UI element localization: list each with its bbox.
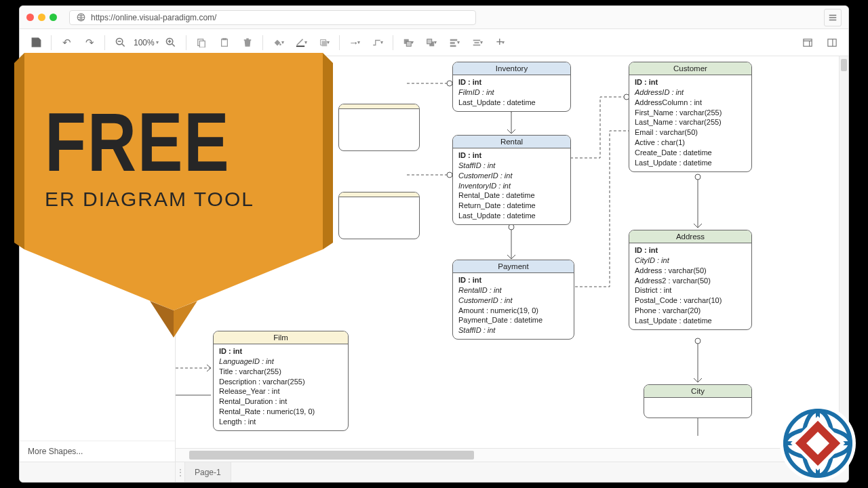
entity-title: Inventory [453, 62, 570, 75]
main-area: En More Shapes... [20, 56, 848, 462]
outline-panel-button[interactable] [821, 33, 843, 53]
entity-title: Address [629, 230, 751, 243]
entity-attribute: LanguageID : int [219, 357, 342, 367]
brand-logo [777, 403, 859, 484]
horizontal-scrollbar[interactable] [176, 448, 839, 462]
save-button[interactable] [25, 33, 47, 53]
entity-attribute: AddressColumn : int [635, 98, 746, 108]
canvas[interactable]: Inventory ID : intFilmID : intLast_Updat… [176, 56, 848, 462]
stroke-button[interactable]: ▾ [290, 33, 312, 53]
entity-attribute: FilmID : int [458, 87, 565, 98]
entity-hidden-2[interactable] [338, 192, 420, 239]
entity-customer[interactable]: Customer ID : intAddressID : intAddressC… [629, 62, 752, 172]
copy-button[interactable] [191, 33, 212, 53]
svg-rect-6 [222, 38, 226, 39]
entity-attribute: Last_Update : datetime [635, 316, 746, 326]
svg-rect-22 [828, 39, 836, 46]
entity-attribute: InventoryID : int [458, 181, 565, 191]
entity-attribute: Phone : varchar(20) [635, 306, 746, 316]
zoom-in-button[interactable] [160, 33, 182, 53]
entity-payment[interactable]: Payment ID : intRentalID : intCustomerID… [452, 260, 574, 340]
svg-rect-8 [296, 45, 304, 47]
svg-point-24 [509, 224, 514, 230]
entity-attribute: Length : int [219, 417, 342, 427]
zoom-out-button[interactable] [109, 33, 131, 53]
add-button[interactable]: +▾ [490, 33, 511, 53]
url-input[interactable] [91, 13, 469, 22]
shadow-button[interactable]: ▾ [313, 33, 335, 53]
entity-title: Film [214, 331, 348, 344]
entity-attribute: Email : varchar(50) [635, 127, 746, 138]
svg-rect-21 [804, 39, 812, 46]
sidebar-section-entity[interactable]: En [20, 81, 175, 99]
redo-button[interactable]: ↷ [79, 33, 100, 53]
paste-button[interactable] [214, 33, 235, 53]
entity-attribute: Address : varchar(50) [635, 266, 746, 276]
entity-rental[interactable]: Rental ID : intStaffID : intCustomerID :… [452, 135, 571, 225]
entity-address[interactable]: Address ID : intCityID : intAddress : va… [629, 230, 752, 330]
minimize-icon[interactable] [38, 14, 45, 21]
app-window: ↶ ↷ 100%▾ ▾ ▾ ▾ →▾ ▾ ▾ ▾ ▾ ▾ +▾ En [19, 5, 849, 483]
entity-attribute: CityID : int [635, 256, 746, 266]
format-panel-button[interactable] [797, 33, 818, 53]
entity-city[interactable]: City [644, 384, 752, 418]
entity-attribute: Postal_Code : varchar(10) [635, 296, 746, 306]
entity-attribute: Rental_Rate : numeric(19, 0) [219, 407, 342, 417]
page-tab-1[interactable]: Page-1 [185, 462, 231, 482]
shape-entity-yellow[interactable] [29, 99, 175, 111]
distribute-button[interactable]: ▾ [467, 33, 488, 53]
align-button[interactable]: ▾ [443, 33, 465, 53]
url-bar[interactable] [69, 10, 476, 25]
connector-style-button[interactable]: →▾ [344, 33, 366, 53]
entity-attribute: Amount : numeric(19, 0) [458, 306, 568, 316]
hamburger-icon [828, 13, 837, 22]
zoom-level[interactable]: 100% [132, 38, 156, 47]
page-tabs-bar: ⋮ Page-1 [20, 462, 848, 482]
tab-drag-icon[interactable]: ⋮ [176, 462, 185, 482]
svg-rect-20 [473, 44, 480, 45]
scroll-thumb[interactable] [841, 59, 847, 71]
entity-attribute: CustomerID : int [458, 171, 565, 181]
entity-attribute: Description : varchar(255) [219, 377, 342, 387]
shape-search-input[interactable] [24, 60, 171, 77]
svg-rect-16 [450, 42, 454, 44]
scroll-thumb[interactable] [189, 451, 474, 460]
entity-hidden-1[interactable] [338, 104, 420, 151]
hamburger-button[interactable] [824, 9, 842, 26]
fill-button[interactable]: ▾ [267, 33, 289, 53]
toback-button[interactable]: ▾ [420, 33, 442, 53]
window-controls [26, 14, 57, 21]
tofront-button[interactable]: ▾ [397, 33, 419, 53]
globe-icon [77, 13, 85, 22]
waypoint-button[interactable]: ▾ [367, 33, 389, 53]
entity-title: City [644, 385, 751, 398]
entity-attribute: Address2 : varchar(50) [635, 276, 746, 286]
close-icon[interactable] [26, 14, 34, 21]
entity-film[interactable]: Film ID : intLanguageID : intTitle : var… [213, 331, 349, 431]
entity-attribute: ID : int [219, 346, 342, 357]
shape-entity-green[interactable] [29, 111, 175, 123]
undo-button[interactable]: ↶ [56, 33, 77, 53]
entity-attribute: Last_Update : datetime [458, 211, 565, 221]
delete-button[interactable] [237, 33, 258, 53]
entity-attribute: Title : varchar(255) [219, 367, 342, 377]
svg-rect-18 [473, 39, 480, 41]
entity-attribute: Last_Update : datetime [458, 98, 565, 108]
entity-attribute: Create_Date : datetime [635, 148, 746, 158]
svg-point-26 [695, 174, 701, 180]
entity-title: Customer [629, 62, 751, 75]
svg-point-27 [695, 338, 701, 344]
zoom-caret-icon[interactable]: ▾ [156, 39, 159, 45]
entity-attribute: Rental_Duration : int [219, 396, 342, 407]
more-shapes-button[interactable]: More Shapes... [20, 441, 175, 462]
entity-attribute: First_Name : varchar(255) [635, 108, 746, 118]
svg-rect-17 [450, 45, 456, 47]
entity-attribute: StaffID : int [458, 161, 565, 171]
entity-attribute: ID : int [635, 245, 746, 256]
vertical-scrollbar[interactable] [839, 56, 848, 448]
entity-inventory[interactable]: Inventory ID : intFilmID : intLast_Updat… [452, 62, 571, 112]
maximize-icon[interactable] [50, 14, 57, 21]
entity-attribute: ID : int [458, 150, 565, 161]
entity-title: Payment [453, 260, 574, 273]
entity-attribute: Active : char(1) [635, 138, 746, 148]
